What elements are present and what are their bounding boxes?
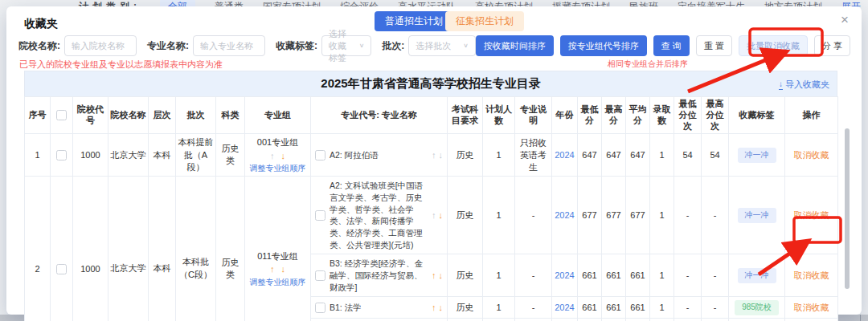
row-checkbox[interactable] [56, 150, 67, 160]
col-school-code: 院校代号 [73, 97, 108, 134]
move-down-icon[interactable]: ↓ [439, 303, 444, 312]
cell-max-rank: - [702, 297, 729, 319]
adjust-group-order-link[interactable]: 调整专业组顺序 [247, 162, 309, 174]
cell-count: 1 [650, 254, 674, 297]
import-favorites-link[interactable]: ↓ 导入收藏夹 [779, 79, 829, 91]
col-max: 最高分 [602, 97, 626, 134]
cell-seq: 1 [25, 134, 51, 177]
uncollect-link[interactable]: 取消收藏 [794, 303, 829, 312]
col-specialty: 专业代号: 专业名称 [311, 97, 448, 134]
group-up-icon[interactable]: ↑ [270, 151, 275, 160]
year-link[interactable]: 2024 [555, 150, 574, 160]
group-up-icon[interactable]: ↑ [270, 264, 275, 274]
normal-plan-button[interactable]: 普通招生计划 [375, 11, 453, 31]
batch-select[interactable]: 选择批次 ∨ [408, 35, 475, 56]
cell-max-rank: - [702, 254, 729, 297]
col-note: 专业说明 [515, 97, 552, 134]
uncollect-link-highlighted[interactable]: 取消收藏 [794, 270, 829, 280]
move-down-icon[interactable]: ↓ [439, 270, 444, 280]
close-icon[interactable]: × [841, 13, 849, 26]
tag-select[interactable]: 选择收藏标签 ∨ [321, 35, 371, 56]
cell-note: - [515, 254, 552, 297]
reset-button[interactable]: 重 置 [696, 35, 732, 56]
col-min: 最低分 [578, 97, 602, 134]
col-category: 科类 [216, 97, 245, 134]
move-up-icon[interactable]: ↑ [432, 303, 436, 312]
cell-school-name: 北京大学 [108, 134, 149, 177]
sort-by-time-button[interactable]: 按收藏时间排序 [476, 35, 554, 56]
cell-school-code: 1000 [73, 177, 108, 321]
year-link[interactable]: 2024 [555, 210, 574, 220]
uncollect-link[interactable]: 取消收藏 [794, 150, 829, 160]
col-exam: 考试科目要求 [448, 97, 483, 134]
import-notice-text: 已导入的院校专业组及专业以志愿填报表中内容为准 [19, 59, 223, 71]
move-up-icon[interactable]: ↑ [432, 150, 436, 160]
select-all-checkbox[interactable] [56, 110, 67, 120]
cell-level: 本科 [149, 177, 176, 321]
tag-badge: 冲一冲 [738, 268, 776, 283]
move-up-icon[interactable]: ↑ [432, 210, 436, 220]
cell-school-code: 1000 [73, 134, 108, 177]
specialty-checkbox[interactable] [315, 210, 326, 221]
col-plan: 计划人数 [483, 97, 515, 134]
cell-avg: 661 [626, 297, 650, 319]
cell-batch: 本科提前批（A段） [176, 134, 216, 177]
col-level: 层次 [149, 97, 176, 134]
table-title: 2025年甘肃省普通高等学校招生专业目录 [321, 76, 540, 91]
col-select [51, 97, 73, 134]
col-group: 专业组 [245, 97, 311, 134]
cell-avg: 647 [626, 134, 650, 177]
move-down-icon[interactable]: ↓ [439, 210, 444, 220]
cell-count: 1 [650, 297, 674, 319]
query-button[interactable]: 查 询 [653, 35, 690, 56]
table-row: 1 1000 北京大学 本科 本科提前批（A段） 历史类 001专业组 ↑↓ 调… [25, 134, 838, 177]
modal-title: 收藏夹 [24, 17, 58, 31]
row-checkbox[interactable] [56, 264, 67, 274]
cell-min-rank: 54 [674, 134, 702, 177]
col-batch: 批次 [176, 97, 216, 134]
specialty-checkbox[interactable] [315, 150, 326, 160]
vertical-scrollbar[interactable] [845, 128, 850, 289]
move-up-icon[interactable]: ↑ [432, 270, 436, 280]
cell-min: 661 [578, 297, 602, 319]
specialty-cell: B1: 法学 ↑↓ [313, 300, 445, 315]
collect-plan-button[interactable]: 征集招生计划 [445, 11, 524, 31]
cell-min: 677 [578, 177, 602, 254]
col-avg: 平均分 [626, 97, 650, 134]
year-link[interactable]: 2024 [555, 303, 574, 312]
specialty-name: B1: 法学 [330, 302, 425, 314]
cell-note: - [515, 177, 552, 254]
tag-badge: 985院校 [735, 300, 779, 315]
group-down-icon[interactable]: ↓ [281, 264, 286, 274]
cell-category: 历史类 [216, 134, 245, 177]
tag-badge: 冲一冲 [738, 148, 776, 163]
table-row: 2 1000 北京大学 本科 本科批（C段） 历史类 011专业组 ↑↓ 调整专… [25, 177, 838, 254]
col-min-rank: 最低分位次 [674, 97, 702, 134]
sort-by-group-code-button[interactable]: 按专业组代号排序 [560, 35, 647, 56]
move-down-icon[interactable]: ↓ [439, 150, 444, 160]
cell-max-rank: - [702, 177, 729, 254]
cell-exam: 历史 [448, 254, 483, 297]
cell-seq: 2 [25, 177, 51, 321]
cell-school-name: 北京大学 [108, 177, 149, 321]
download-icon: ↓ [779, 80, 783, 90]
year-link[interactable]: 2024 [555, 270, 574, 280]
school-name-input[interactable] [64, 35, 137, 56]
cell-min: 647 [578, 134, 602, 177]
batch-uncollect-button[interactable]: 批量取消收藏 [739, 35, 808, 56]
share-button[interactable]: 分 享 [814, 35, 850, 56]
group-name: 001专业组 [247, 136, 309, 149]
header-row: 序号 院校代号 院校名称 层次 批次 科类 专业组 专业代号: 专业名称 考试科… [25, 97, 838, 134]
school-name-label: 院校名称: [18, 39, 60, 53]
cell-min-rank: - [674, 177, 702, 254]
group-down-icon[interactable]: ↓ [281, 151, 286, 160]
major-name-input[interactable] [193, 35, 265, 56]
cell-max: 647 [602, 134, 626, 177]
specialty-checkbox[interactable] [315, 303, 326, 313]
cell-max-rank: 54 [702, 134, 729, 177]
chevron-down-icon: ∨ [463, 43, 469, 49]
specialty-checkbox[interactable] [315, 270, 326, 281]
adjust-group-order-link[interactable]: 调整专业组顺序 [247, 276, 309, 288]
uncollect-link[interactable]: 取消收藏 [794, 210, 829, 220]
cell-exam: 历史 [448, 177, 483, 254]
